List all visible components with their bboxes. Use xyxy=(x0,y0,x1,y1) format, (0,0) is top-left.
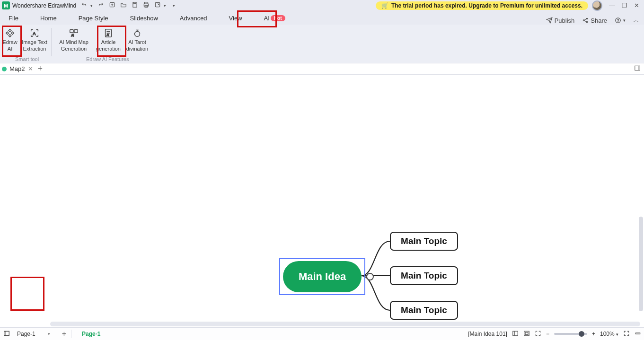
ribbon-article-generation[interactable]: AI Article generation xyxy=(94,26,123,53)
doc-tab-label: Map2 xyxy=(9,65,25,72)
svg-rect-1 xyxy=(134,2,136,4)
node-main-idea[interactable]: Main Idea xyxy=(283,261,362,292)
menu-file[interactable]: File xyxy=(5,13,22,25)
node-topic-1[interactable]: Main Topic xyxy=(390,232,458,251)
collapse-handle-icon[interactable] xyxy=(366,273,374,280)
print-icon[interactable] xyxy=(143,1,150,9)
doc-tab-close-icon[interactable]: ✕ xyxy=(28,65,33,72)
zoom-level[interactable]: 100% ▾ xyxy=(600,331,618,337)
svg-point-8 xyxy=(587,21,588,22)
svg-rect-23 xyxy=(635,332,640,333)
ribbon-group-ai-features: Edraw AI Features xyxy=(86,56,129,62)
title-bar: M Wondershare EdrawMind ▾ ▾ ▾ 🛒 The tria… xyxy=(0,0,644,11)
svg-point-6 xyxy=(583,20,584,21)
save-icon[interactable] xyxy=(132,1,138,9)
menu-home[interactable]: Home xyxy=(36,13,61,25)
collapse-ribbon-icon[interactable]: ︿ xyxy=(633,16,639,25)
svg-point-10 xyxy=(618,22,618,22)
view-mode-2-icon[interactable] xyxy=(523,330,530,338)
app-logo-icon: M xyxy=(2,1,10,9)
svg-rect-22 xyxy=(525,332,528,334)
doc-status-icon xyxy=(2,67,7,71)
menu-view[interactable]: View xyxy=(225,13,246,25)
menu-bar: File Home Page Style Slideshow Advanced … xyxy=(0,11,644,25)
zoom-out-button[interactable]: − xyxy=(546,331,549,337)
svg-rect-18 xyxy=(635,66,640,70)
minimize-view-icon[interactable] xyxy=(635,330,641,338)
canvas[interactable]: Main Idea Main Topic Main Topic Main Top… xyxy=(0,75,644,327)
share-label: Share xyxy=(591,17,607,24)
qat-customize-icon[interactable]: ▾ xyxy=(173,3,175,8)
ribbon-image-text-extraction[interactable]: A Image Text Extraction xyxy=(20,26,49,53)
outline-toggle-icon[interactable] xyxy=(3,330,10,338)
trial-banner-text: The trial period has expired. Upgrade to… xyxy=(391,2,582,9)
cart-icon: 🛒 xyxy=(381,2,388,9)
svg-text:AI: AI xyxy=(71,34,74,37)
open-icon[interactable] xyxy=(120,1,127,9)
document-tab-strip: Map2 ✕ + xyxy=(0,63,644,75)
svg-rect-5 xyxy=(156,2,160,7)
trial-banner[interactable]: 🛒 The trial period has expired. Upgrade … xyxy=(376,1,588,10)
app-title: Wondershare EdrawMind xyxy=(12,2,76,9)
export-icon[interactable] xyxy=(154,1,161,9)
ribbon-group-smart-tool: Smart tool xyxy=(15,56,39,62)
ribbon-edraw-ai[interactable]: Edraw AI xyxy=(0,26,20,53)
document-tab-map2[interactable]: Map2 ✕ xyxy=(2,65,33,72)
status-bar: Page-1 ▾ + Page-1 [Main Idea 101] − + 10… xyxy=(0,327,644,340)
ribbon: Edraw AI A Image Text Extraction AI AI M… xyxy=(0,25,644,63)
new-icon[interactable] xyxy=(109,1,115,9)
horizontal-scrollbar[interactable] xyxy=(50,322,640,326)
user-avatar[interactable] xyxy=(592,0,602,11)
undo-icon[interactable] xyxy=(81,1,88,9)
ribbon-ai-mindmap-generation[interactable]: AI AI Mind Map Generation xyxy=(53,26,94,53)
publish-button[interactable]: Publish xyxy=(546,17,575,24)
svg-rect-19 xyxy=(4,331,9,335)
menu-ai-label: AI xyxy=(264,15,270,22)
node-topic-3[interactable]: Main Topic xyxy=(390,301,458,320)
panel-toggle-icon[interactable] xyxy=(634,65,641,73)
redo-icon[interactable] xyxy=(97,1,104,9)
svg-text:A: A xyxy=(33,31,36,36)
view-mode-1-icon[interactable] xyxy=(512,330,519,338)
svg-rect-12 xyxy=(70,30,73,33)
minimize-icon[interactable]: — xyxy=(609,2,615,9)
zoom-in-button[interactable]: + xyxy=(592,331,595,337)
svg-point-17 xyxy=(135,31,140,36)
node-topic-2[interactable]: Main Topic xyxy=(390,266,458,285)
zoom-slider[interactable] xyxy=(554,333,587,335)
fit-page-icon[interactable] xyxy=(535,330,541,338)
undo-dropdown-icon[interactable]: ▾ xyxy=(90,3,93,8)
svg-point-7 xyxy=(587,18,588,19)
menu-ai[interactable]: AI Hot xyxy=(260,13,289,25)
ribbon-ai-tarot-divination[interactable]: AI Tarot divination xyxy=(123,26,152,53)
quick-access-toolbar: ▾ ▾ ▾ xyxy=(81,1,175,9)
add-tab-button[interactable]: + xyxy=(38,64,43,74)
menu-slideshow[interactable]: Slideshow xyxy=(126,13,162,25)
svg-rect-20 xyxy=(513,331,518,335)
maximize-icon[interactable]: ❐ xyxy=(622,2,627,9)
publish-label: Publish xyxy=(555,17,575,24)
svg-text:AI: AI xyxy=(106,34,109,36)
fullscreen-icon[interactable] xyxy=(623,330,630,338)
svg-rect-21 xyxy=(524,331,529,335)
active-page-tab[interactable]: Page-1 xyxy=(75,331,107,337)
share-button[interactable]: Share xyxy=(582,17,607,24)
selection-info: [Main Idea 101] xyxy=(468,331,507,337)
vertical-scrollbar[interactable] xyxy=(639,217,643,311)
add-page-button[interactable]: + xyxy=(57,330,71,338)
hot-badge: Hot xyxy=(271,15,285,21)
menu-advanced[interactable]: Advanced xyxy=(176,13,211,25)
window-controls: — ❐ ✕ xyxy=(606,2,642,9)
help-button[interactable]: ▾ xyxy=(615,17,626,24)
close-icon[interactable]: ✕ xyxy=(634,2,639,9)
svg-rect-13 xyxy=(74,30,78,33)
page-selector[interactable]: Page-1 ▾ xyxy=(14,331,53,337)
export-dropdown-icon[interactable]: ▾ xyxy=(164,3,166,8)
menu-page-style[interactable]: Page Style xyxy=(75,13,112,25)
